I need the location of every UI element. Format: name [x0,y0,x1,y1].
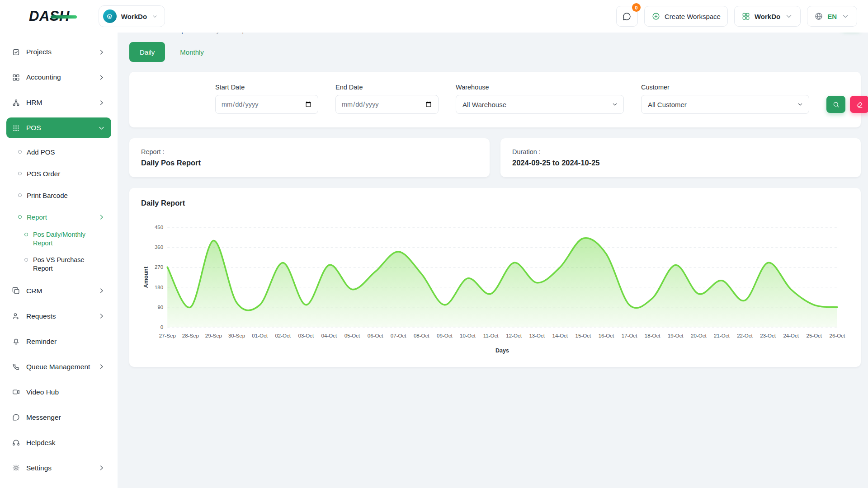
workdo-menu-button[interactable]: WorkDo [734,6,801,27]
chevron-down-icon [841,12,850,21]
svg-text:270: 270 [155,264,163,270]
app-logo[interactable]: DASH [29,8,70,24]
svg-text:15-Oct: 15-Oct [576,333,591,338]
sidebar-item-pos-daily-monthly-report[interactable]: Pos Daily/Monthly Report [6,230,111,248]
sidebar-item-label: POS Order [27,170,60,178]
hrm-icon [12,99,20,107]
sidebar-item-requests[interactable]: Requests [6,306,111,327]
svg-text:30-Sep: 30-Sep [228,333,245,338]
layers-icon [106,13,113,20]
svg-text:20-Oct: 20-Oct [691,333,707,338]
sidebar-item-pos[interactable]: POS [6,117,111,138]
warehouse-field: Warehouse All Warehouse [456,84,624,114]
create-workspace-button[interactable]: Create Workspace [644,6,728,27]
globe-icon [814,12,823,21]
sidebar-item-video-hub[interactable]: Video Hub [6,382,111,403]
sidebar-item-projects[interactable]: Projects [6,42,111,62]
svg-text:24-Oct: 24-Oct [783,333,799,338]
bullet-icon [24,258,28,262]
messenger-icon [12,413,20,422]
topbar-actions: 0 Create Workspace WorkDo EN [616,6,857,27]
svg-text:90: 90 [157,305,163,310]
bullet-icon [24,233,28,236]
svg-text:21-Oct: 21-Oct [714,333,730,338]
chevron-down-icon [151,13,158,20]
workspace-selector[interactable]: WorkDo [99,5,165,27]
sidebar-item-hrm[interactable]: HRM [6,92,111,113]
svg-text:22-Oct: 22-Oct [737,333,753,338]
tab-daily[interactable]: Daily [129,42,165,62]
sidebar-item-crm[interactable]: CRM [6,281,111,301]
warehouse-label: Warehouse [456,84,624,91]
sidebar-item-queue-management[interactable]: Queue Management [6,357,111,377]
sidebar-item-label: Pos Daily/Monthly Report [33,230,101,248]
helpdesk-icon [12,438,20,447]
daily-report-chart: 09018027036045027-Sep28-Sep29-Sep30-Sep0… [141,220,849,356]
svg-text:04-Oct: 04-Oct [321,333,337,338]
svg-text:13-Oct: 13-Oct [529,333,545,338]
language-label: EN [827,13,837,20]
customer-label: Customer [641,84,809,91]
start-date-field: Start Date [215,84,318,114]
chevron-right-icon [97,73,106,82]
svg-text:27-Sep: 27-Sep [159,333,176,338]
sidebar-item-report[interactable]: Report [6,208,111,226]
create-workspace-label: Create Workspace [665,13,721,20]
sidebar-item-add-pos[interactable]: Add POS [6,143,111,161]
duration-summary-label: Duration : [512,148,849,155]
reminder-icon [12,337,20,346]
svg-text:450: 450 [155,225,163,230]
sidebar-item-reminder[interactable]: Reminder [6,331,111,352]
search-icon [832,101,840,108]
sidebar-item-label: Reminder [26,338,57,346]
search-button[interactable] [826,96,845,113]
sidebar-item-label: HRM [26,99,42,107]
svg-text:28-Sep: 28-Sep [182,333,199,338]
bullet-icon [18,193,22,197]
customer-select[interactable]: All Customer [641,95,809,114]
sidebar-item-label: Add POS [27,148,55,156]
svg-text:02-Oct: 02-Oct [275,333,291,338]
tab-monthly[interactable]: Monthly [170,42,214,62]
svg-text:Days: Days [495,347,509,354]
chevron-right-icon [97,312,106,320]
sidebar-item-print-barcode[interactable]: Print Barcode [6,186,111,204]
sidebar-item-label: Video Hub [26,388,59,396]
end-date-field: End Date [335,84,439,114]
svg-text:05-Oct: 05-Oct [344,333,360,338]
plus-circle-icon [651,12,660,21]
grid-icon [741,12,750,21]
sidebar-item-label: Report [27,213,47,221]
chevron-right-icon [97,362,106,371]
svg-text:01-Oct: 01-Oct [252,333,268,338]
svg-text:0: 0 [160,324,163,330]
start-date-input[interactable] [215,95,318,114]
reset-button[interactable] [850,96,868,113]
chevron-down-icon [97,124,106,132]
language-button[interactable]: EN [807,6,857,27]
sidebar-item-accounting[interactable]: Accounting [6,67,111,88]
svg-text:08-Oct: 08-Oct [414,333,429,338]
sidebar-item-helpdesk[interactable]: Helpdesk [6,432,111,453]
sidebar-item-pos-vs-purchase-report[interactable]: Pos VS Purchase Report [6,255,111,273]
chevron-right-icon [97,286,106,295]
end-date-input[interactable] [335,95,439,114]
sidebar-item-settings[interactable]: Settings [6,458,111,479]
svg-text:09-Oct: 09-Oct [437,333,453,338]
svg-text:23-Oct: 23-Oct [760,333,776,338]
topbar: DASH WorkDo 0 Create Workspace WorkDo EN [0,0,868,33]
svg-text:360: 360 [155,244,163,250]
svg-text:26-Oct: 26-Oct [830,333,845,338]
sidebar-item-pos-order[interactable]: POS Order [6,164,111,183]
duration-summary-card: Duration : 2024-09-25 to 2024-10-25 [500,138,861,177]
report-period-tabs: Daily Monthly [129,42,861,62]
warehouse-select[interactable]: All Warehouse [456,95,624,114]
sidebar-item-label: Projects [26,48,52,56]
sidebar-item-label: Requests [26,312,56,320]
chevron-right-icon [97,464,106,472]
messages-button[interactable]: 0 [616,6,638,27]
svg-text:17-Oct: 17-Oct [622,333,637,338]
bullet-icon [18,150,22,154]
sidebar-item-messenger[interactable]: Messenger [6,407,111,428]
start-date-label: Start Date [215,84,318,91]
